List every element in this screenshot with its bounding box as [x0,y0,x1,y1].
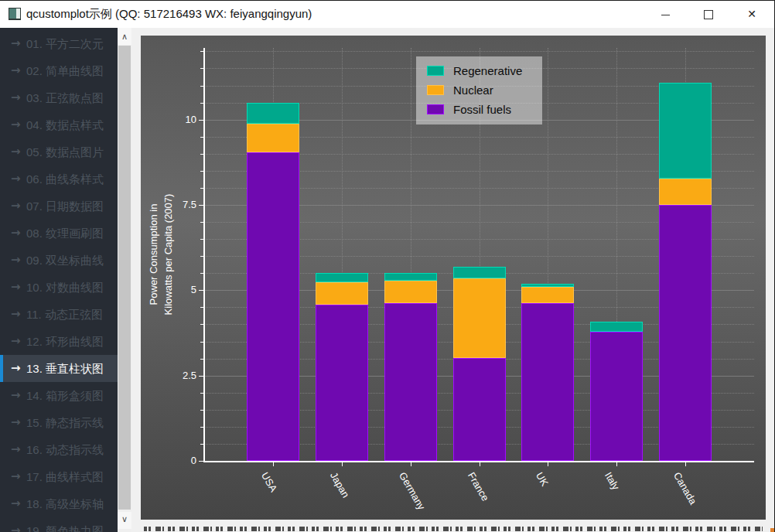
scroll-up-button[interactable]: ∧ [118,28,131,45]
y-tick [199,461,203,462]
clipped-bottom-text [144,527,763,531]
sidebar-item-11[interactable]: →11. 动态正弦图 [0,301,118,328]
sidebar-item-02[interactable]: →02. 简单曲线图 [0,57,118,84]
bar-segment-germany-regenerative [384,273,437,281]
x-tick-label: Japan [328,470,352,500]
bar-segment-japan-regenerative [316,273,368,282]
sidebar-item-05[interactable]: →05. 数据点图片 [0,138,118,165]
y-axis-title-line: Kilowatts per Capita (2007) [161,48,176,461]
scrollbar-thumb[interactable] [118,46,131,510]
y-axis-line [203,48,205,462]
bar-segment-france-fossil-fuels [453,358,506,461]
arrow-icon: → [11,490,21,517]
bottom-right-fragment [770,528,775,532]
arrow-icon: → [11,247,21,274]
y-tick [199,120,203,121]
x-tick [480,462,480,466]
x-tick [548,462,548,466]
arrow-icon: → [11,382,21,409]
app-icon [9,8,21,20]
bar-segment-canada-nuclear [659,179,712,205]
bar-segment-germany-fossil-fuels [384,303,437,461]
bar-segment-italy-regenerative [590,322,643,332]
sidebar-scrollbar[interactable]: ∧ ∨ [118,28,131,532]
arrow-icon: → [11,193,21,220]
y-tick [199,290,203,291]
sidebar-item-03[interactable]: →03. 正弦散点图 [0,84,118,111]
bar-segment-uk-fossil-fuels [521,303,574,461]
sidebar-menu: →01. 平方二次元→02. 简单曲线图→03. 正弦散点图→04. 数据点样式… [0,28,118,532]
x-tick [273,462,274,466]
chart-legend: RegenerativeNuclearFossil fuels [416,56,542,124]
arrow-icon: → [11,301,21,328]
selected-item-accent-bar [0,355,3,382]
sidebar-item-07[interactable]: →07. 日期数据图 [0,193,118,220]
bar-segment-uk-nuclear [521,287,574,303]
x-tick [616,462,617,466]
sidebar-item-label: 04. 数据点样式 [26,111,104,138]
sidebar-item-label: 07. 日期数据图 [26,193,104,220]
x-tick-label: France [466,470,491,503]
legend-item-fossil-fuels: Fossil fuels [427,101,535,118]
x-tick-label: Italy [603,470,622,492]
minimize-button[interactable] [647,0,683,28]
sidebar-item-label: 01. 平方二次元 [26,30,104,57]
sidebar-item-04[interactable]: →04. 数据点样式 [0,111,118,138]
bar-segment-germany-nuclear [384,281,437,303]
legend-item-nuclear: Nuclear [427,82,535,99]
bar-segment-japan-fossil-fuels [316,305,368,461]
legend-label: Regenerative [453,63,522,80]
arrow-icon: → [11,220,21,247]
sidebar-item-14[interactable]: →14. 箱形盒须图 [0,382,118,409]
arrow-icon: → [11,30,21,57]
x-tick-label: Canada [671,470,699,506]
sidebar-item-08[interactable]: →08. 纹理画刷图 [0,220,118,247]
sidebar-item-09[interactable]: →09. 双坐标曲线 [0,247,118,274]
arrow-icon: → [11,84,21,111]
titlebar[interactable]: qcustomplot示例 (QQ: 517216493 WX: feiyang… [0,0,775,28]
x-tick-label: USA [259,470,279,494]
arrow-icon: → [11,517,21,532]
legend-swatch [427,66,444,76]
legend-label: Fossil fuels [453,101,511,118]
x-tick [411,462,411,466]
sidebar-item-18[interactable]: →18. 高级坐标轴 [0,490,118,517]
arrow-icon: → [11,463,21,490]
maximize-button[interactable] [691,0,726,28]
chart-canvas: 02.557.510USAJapanGermanyFranceUKItalyCa… [141,36,766,520]
arrow-icon: → [11,57,21,84]
arrow-icon: → [11,165,21,193]
arrow-icon: → [11,436,21,463]
sidebar-item-10[interactable]: →10. 对数曲线图 [0,274,118,301]
sidebar-item-label: 19. 颜色热力图 [26,517,104,532]
sidebar-item-label: 06. 曲线条样式 [26,165,104,193]
scroll-down-button[interactable]: ∨ [118,512,131,529]
bar-segment-usa-fossil-fuels [247,152,299,461]
sidebar-item-12[interactable]: →12. 环形曲线图 [0,328,118,355]
x-axis-line [203,461,754,462]
sidebar-item-label: 17. 曲线样式图 [26,463,104,490]
sidebar-item-13[interactable]: →13. 垂直柱状图 [0,355,118,382]
sidebar-item-06[interactable]: →06. 曲线条样式 [0,165,118,193]
content-area: 02.557.510USAJapanGermanyFranceUKItalyCa… [131,28,775,532]
sidebar-item-01[interactable]: →01. 平方二次元 [0,30,118,57]
legend-swatch [427,104,444,114]
arrow-icon: → [11,355,21,382]
sidebar-item-label: 05. 数据点图片 [26,138,104,165]
close-button[interactable]: ✕ [734,0,770,28]
sidebar-item-label: 12. 环形曲线图 [26,328,104,355]
bar-segment-usa-regenerative [247,103,299,124]
bar-segment-usa-nuclear [247,124,299,152]
sidebar-item-label: 18. 高级坐标轴 [26,490,104,517]
window-title: qcustomplot示例 (QQ: 517216493 WX: feiyang… [26,0,312,28]
arrow-icon: → [11,138,21,165]
legend-item-regenerative: Regenerative [427,63,535,80]
sidebar-item-16[interactable]: →16. 动态指示线 [0,436,118,463]
sidebar-item-19[interactable]: →19. 颜色热力图 [0,517,118,532]
sidebar-item-17[interactable]: →17. 曲线样式图 [0,463,118,490]
sidebar-item-15[interactable]: →15. 静态指示线 [0,409,118,436]
sidebar-item-label: 09. 双坐标曲线 [26,247,104,274]
arrow-icon: → [11,328,21,355]
x-tick [342,462,343,466]
sidebar-item-label: 03. 正弦散点图 [26,84,104,111]
